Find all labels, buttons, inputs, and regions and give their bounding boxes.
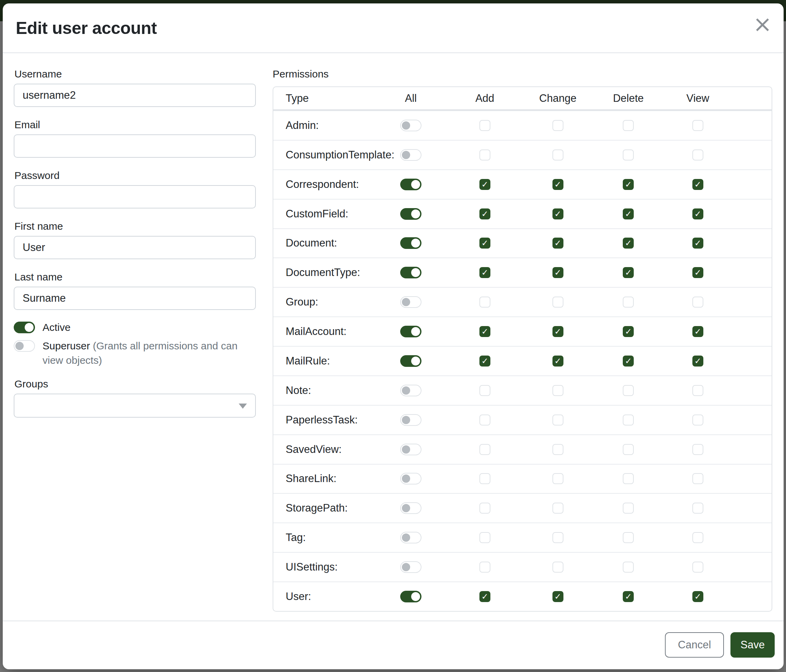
username-input[interactable]: [14, 84, 256, 107]
delete-checkbox[interactable]: [623, 326, 634, 337]
all-toggle[interactable]: [400, 326, 421, 338]
close-icon[interactable]: ×: [753, 13, 772, 36]
change-checkbox[interactable]: [552, 591, 563, 602]
delete-checkbox[interactable]: [623, 415, 634, 425]
email-input[interactable]: [14, 134, 256, 158]
all-toggle[interactable]: [400, 267, 421, 278]
permission-row: ShareLink:: [273, 464, 772, 493]
change-checkbox[interactable]: [552, 415, 563, 425]
view-checkbox[interactable]: [692, 209, 703, 220]
permission-row: MailRule:: [273, 346, 772, 375]
view-checkbox[interactable]: [692, 502, 703, 513]
view-checkbox[interactable]: [692, 179, 703, 190]
delete-checkbox[interactable]: [623, 297, 634, 308]
delete-checkbox[interactable]: [623, 562, 634, 573]
delete-checkbox[interactable]: [623, 356, 634, 366]
all-toggle[interactable]: [400, 591, 421, 602]
change-checkbox[interactable]: [552, 209, 563, 220]
change-checkbox[interactable]: [552, 473, 563, 484]
view-checkbox[interactable]: [692, 238, 703, 248]
change-checkbox[interactable]: [552, 385, 563, 396]
change-checkbox[interactable]: [552, 120, 563, 131]
view-checkbox[interactable]: [692, 356, 703, 366]
view-checkbox[interactable]: [692, 562, 703, 573]
active-toggle[interactable]: [14, 322, 35, 333]
add-checkbox[interactable]: [479, 149, 490, 160]
add-checkbox[interactable]: [479, 562, 490, 573]
change-checkbox[interactable]: [552, 238, 563, 248]
all-toggle[interactable]: [400, 473, 421, 484]
all-toggle[interactable]: [400, 149, 421, 161]
add-checkbox[interactable]: [479, 209, 490, 220]
all-toggle[interactable]: [400, 296, 421, 308]
first-name-input[interactable]: [14, 236, 256, 259]
delete-checkbox[interactable]: [623, 209, 634, 220]
change-checkbox[interactable]: [552, 356, 563, 366]
delete-checkbox[interactable]: [623, 267, 634, 278]
add-checkbox[interactable]: [479, 415, 490, 425]
all-toggle[interactable]: [400, 444, 421, 455]
add-checkbox[interactable]: [479, 297, 490, 308]
add-checkbox[interactable]: [479, 473, 490, 484]
delete-checkbox[interactable]: [623, 532, 634, 543]
change-checkbox[interactable]: [552, 267, 563, 278]
add-checkbox[interactable]: [479, 356, 490, 366]
delete-checkbox[interactable]: [623, 120, 634, 131]
last-name-input[interactable]: [14, 287, 256, 310]
add-checkbox[interactable]: [479, 591, 490, 602]
view-checkbox[interactable]: [692, 326, 703, 337]
change-checkbox[interactable]: [552, 562, 563, 573]
delete-checkbox[interactable]: [623, 444, 634, 455]
permission-type-label: User:: [273, 590, 374, 603]
all-toggle[interactable]: [400, 532, 421, 543]
add-checkbox[interactable]: [479, 385, 490, 396]
change-checkbox[interactable]: [552, 326, 563, 337]
groups-select[interactable]: [14, 394, 256, 418]
all-toggle[interactable]: [400, 355, 421, 367]
view-checkbox[interactable]: [692, 415, 703, 425]
view-checkbox[interactable]: [692, 591, 703, 602]
add-checkbox[interactable]: [479, 326, 490, 337]
view-checkbox[interactable]: [692, 444, 703, 455]
add-checkbox[interactable]: [479, 179, 490, 190]
change-checkbox[interactable]: [552, 179, 563, 190]
all-toggle[interactable]: [400, 502, 421, 514]
delete-checkbox[interactable]: [623, 473, 634, 484]
all-toggle[interactable]: [400, 208, 421, 220]
delete-checkbox[interactable]: [623, 149, 634, 160]
add-checkbox[interactable]: [479, 532, 490, 543]
password-input[interactable]: [14, 185, 256, 209]
change-checkbox[interactable]: [552, 149, 563, 160]
change-checkbox[interactable]: [552, 444, 563, 455]
all-toggle[interactable]: [400, 561, 421, 573]
add-checkbox[interactable]: [479, 120, 490, 131]
delete-checkbox[interactable]: [623, 179, 634, 190]
all-toggle[interactable]: [400, 179, 421, 190]
view-checkbox[interactable]: [692, 473, 703, 484]
change-checkbox[interactable]: [552, 297, 563, 308]
all-toggle[interactable]: [400, 237, 421, 249]
all-toggle[interactable]: [400, 414, 421, 426]
add-checkbox[interactable]: [479, 267, 490, 278]
permission-type-label: Tag:: [273, 531, 374, 544]
delete-checkbox[interactable]: [623, 238, 634, 248]
delete-checkbox[interactable]: [623, 502, 634, 513]
view-checkbox[interactable]: [692, 385, 703, 396]
view-checkbox[interactable]: [692, 532, 703, 543]
view-checkbox[interactable]: [692, 120, 703, 131]
superuser-toggle[interactable]: [14, 340, 35, 352]
all-toggle[interactable]: [400, 385, 421, 396]
change-checkbox[interactable]: [552, 532, 563, 543]
cancel-button[interactable]: Cancel: [665, 632, 724, 658]
delete-checkbox[interactable]: [623, 385, 634, 396]
add-checkbox[interactable]: [479, 444, 490, 455]
delete-checkbox[interactable]: [623, 591, 634, 602]
view-checkbox[interactable]: [692, 267, 703, 278]
add-checkbox[interactable]: [479, 238, 490, 248]
save-button[interactable]: Save: [731, 632, 775, 658]
view-checkbox[interactable]: [692, 149, 703, 160]
change-checkbox[interactable]: [552, 502, 563, 513]
all-toggle[interactable]: [400, 120, 421, 131]
view-checkbox[interactable]: [692, 297, 703, 308]
add-checkbox[interactable]: [479, 502, 490, 513]
